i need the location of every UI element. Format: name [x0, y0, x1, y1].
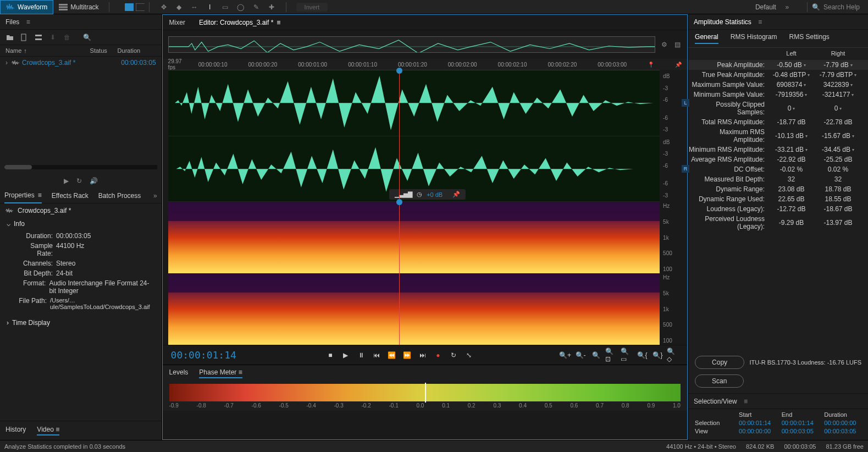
pitch-display-icon[interactable] [136, 3, 145, 12]
panel-menu-icon[interactable]: ≡ [24, 18, 32, 26]
timecode-display[interactable]: 00:00:01:14 [171, 349, 236, 361]
time-select-tool-icon[interactable]: I [206, 3, 214, 12]
multitrack-mode-button[interactable]: Multitrack [53, 0, 104, 14]
tab-mixer[interactable]: Mixer [169, 19, 185, 26]
panel-menu-icon[interactable]: ≡ [38, 191, 42, 199]
tab-batch-process[interactable]: Batch Process [98, 192, 141, 200]
move-tool-icon[interactable]: ✥ [159, 3, 168, 12]
skip-back-button[interactable]: ⏮ [371, 349, 383, 361]
pin-icon[interactable]: 📌 [675, 62, 682, 68]
timeline-ruler[interactable]: 29.97 fps 00:00:00:10 00:00:00:20 00:00:… [163, 59, 687, 70]
waveform-mode-button[interactable]: Waveform [0, 0, 53, 14]
marker-icon[interactable]: 📍 [648, 62, 654, 68]
panel-menu-icon[interactable]: ≡ [756, 18, 765, 26]
info-section-header[interactable]: ⌵ Info [0, 218, 162, 230]
channel-badge-left[interactable]: L [682, 99, 689, 107]
slip-tool-icon[interactable]: ↔ [190, 3, 199, 12]
tab-rms-settings[interactable]: RMS Settings [789, 33, 829, 44]
multitrack-mode-label: Multitrack [70, 3, 98, 11]
playhead[interactable] [399, 70, 400, 202]
play-button[interactable]: ▶ [340, 349, 352, 361]
workspace-selector[interactable]: Default [749, 3, 783, 11]
zoom-out-icon[interactable]: 🔍- [574, 349, 587, 361]
tab-phase-meter[interactable]: Phase Meter ≡ [199, 368, 242, 378]
preview-autoplay-icon[interactable]: 🔊 [90, 177, 98, 185]
zoom-reset-icon[interactable]: 🔍 [590, 349, 602, 361]
col-name[interactable]: Name ↑ [5, 47, 90, 54]
tab-levels[interactable]: Levels [169, 368, 189, 378]
zoom-full-icon[interactable]: 🔍⊡ [605, 349, 617, 361]
new-multitrack-icon[interactable] [34, 33, 43, 42]
playhead[interactable] [399, 202, 400, 345]
marquee-tool-icon[interactable]: ▭ [221, 3, 230, 12]
tab-general[interactable]: General [695, 33, 718, 44]
filter-icon[interactable]: 🔍 [82, 33, 91, 42]
view-duration[interactable]: 00:00:03:05 [824, 428, 861, 434]
preview-loop-icon[interactable]: ↻ [76, 177, 82, 185]
new-file-icon[interactable] [20, 33, 29, 42]
view-start[interactable]: 00:00:00:00 [739, 428, 776, 434]
search-help-field[interactable]: 🔍 Search Help [812, 3, 860, 11]
panel-menu-icon[interactable]: ≡ [56, 426, 59, 433]
pause-button[interactable]: ⏸ [355, 349, 367, 361]
selection-duration[interactable]: 00:00:00:00 [824, 420, 861, 426]
tab-rms-histogram[interactable]: RMS Histogram [731, 33, 777, 44]
open-file-icon[interactable] [5, 33, 14, 42]
zoom-in-point-icon[interactable]: 🔍{ [636, 349, 648, 361]
view-end[interactable]: 00:00:03:05 [782, 428, 819, 434]
import-icon[interactable]: ⬇ [48, 33, 57, 42]
stop-button[interactable]: ■ [324, 349, 336, 361]
col-status[interactable]: Status [90, 47, 118, 54]
scan-button[interactable]: Scan [695, 374, 744, 388]
multitrack-icon [59, 3, 68, 12]
rewind-button[interactable]: ⏪ [386, 349, 398, 361]
vertical-zoom-hud[interactable]: ▁▃▅▇ ◷ +0 dB 📌 [389, 189, 466, 200]
preview-play-icon[interactable]: ▶ [64, 177, 69, 185]
zoom-selection-icon[interactable]: 🔍▭ [621, 349, 633, 361]
chevron-right-icon[interactable]: » [153, 192, 157, 200]
spectral-display-icon[interactable] [125, 3, 134, 12]
panel-menu-icon[interactable]: ≡ [742, 397, 750, 406]
file-duration: 00:00:03:05 [121, 59, 156, 67]
overview-navigator[interactable] [168, 36, 655, 53]
tab-history[interactable]: History [5, 426, 26, 436]
overview-view-icon[interactable]: ▤ [673, 40, 682, 49]
overview-zoom-icon[interactable]: ⚙ [660, 40, 668, 49]
copy-button[interactable]: Copy [695, 356, 744, 369]
tab-editor[interactable]: Editor: Crowdcops_3.aif * ≡ [199, 19, 280, 26]
selection-end[interactable]: 00:00:01:14 [782, 420, 819, 426]
time-display-section-header[interactable]: › Time Display [0, 317, 162, 329]
selection-start[interactable]: 00:00:01:14 [739, 420, 776, 426]
zoom-out-point-icon[interactable]: 🔍} [651, 349, 664, 361]
zoom-custom-icon[interactable]: 🔍◇ [667, 349, 679, 361]
workspace-chevron-icon[interactable]: » [783, 3, 792, 12]
invert-button[interactable]: Invert [296, 3, 328, 12]
tab-properties[interactable]: Properties≡ [4, 188, 42, 203]
waveform-display[interactable]: dB -3 -6 -6 -3 L dB -3-6-6-3 R [168, 70, 660, 202]
bottom-left-tabs: History Video ≡ [0, 421, 162, 440]
svg-rect-2 [59, 9, 68, 10]
brush-tool-icon[interactable]: ✎ [252, 3, 261, 12]
amp-stats-grid: Peak Amplitude:-0.50 dB ▾-7.79 dB ▾True … [688, 59, 868, 233]
file-row[interactable]: › Crowdcops_3.aif * 00:00:03:05 [0, 57, 162, 69]
razor-tool-icon[interactable]: ◆ [175, 3, 184, 12]
skip-forward-button[interactable]: ⏭ [417, 349, 429, 361]
trash-icon[interactable]: 🗑 [63, 33, 71, 42]
loop-button[interactable]: ↻ [447, 349, 460, 361]
panel-menu-icon[interactable]: ≡ [277, 19, 280, 26]
panel-menu-icon[interactable]: ≡ [239, 368, 242, 376]
forward-button[interactable]: ⏩ [401, 349, 413, 361]
tab-video[interactable]: Video ≡ [37, 426, 59, 436]
pin-icon[interactable]: 📌 [452, 191, 460, 198]
tab-effects-rack[interactable]: Effects Rack [52, 192, 89, 200]
heal-tool-icon[interactable]: ✚ [267, 3, 276, 12]
amp-header-row: Left Right [688, 48, 868, 59]
record-button[interactable]: ● [432, 349, 444, 361]
spectrogram-display[interactable]: Hz5k1k500100 Hz5k1k500100 [168, 202, 660, 345]
col-duration[interactable]: Duration [118, 47, 156, 54]
skip-selection-button[interactable]: ⤡ [463, 349, 475, 361]
channel-badge-right[interactable]: R [682, 165, 689, 173]
files-scrollbar[interactable] [4, 165, 157, 169]
zoom-in-icon[interactable]: 🔍+ [559, 349, 571, 361]
lasso-tool-icon[interactable]: ◯ [236, 3, 245, 12]
